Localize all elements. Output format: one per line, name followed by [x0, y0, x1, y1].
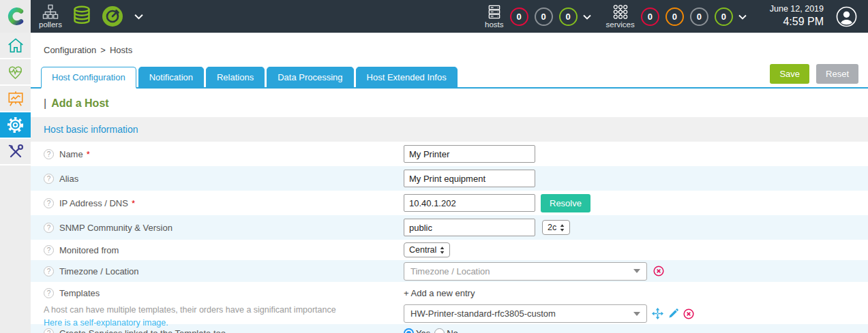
sidebar-item-monitoring[interactable] [0, 59, 31, 86]
pollers-menu[interactable]: pollers [39, 4, 62, 29]
form-row-name: ? Name * [31, 142, 868, 166]
timezone-label: Timezone / Location [59, 266, 139, 276]
services-warning-badge[interactable]: 0 [665, 7, 684, 26]
help-icon[interactable]: ? [44, 223, 54, 233]
user-icon [836, 6, 857, 27]
pollers-chevron-down-icon[interactable] [134, 10, 143, 22]
templates-help-text: A host can have multiple templates, thei… [44, 305, 404, 315]
form-row-templates: ? Templates A host can have multiple tem… [31, 282, 868, 324]
ip-address-label: IP Address / DNS [59, 198, 128, 208]
header-clock: June 12, 2019 4:59 PM [770, 4, 824, 29]
snmp-version-select[interactable]: 2c [542, 220, 570, 235]
monitored-from-select[interactable]: Central [404, 242, 450, 257]
help-icon[interactable]: ? [44, 174, 54, 184]
services-unknown-badge[interactable]: 0 [690, 7, 708, 26]
database-status-button[interactable] [72, 5, 92, 27]
tab-data-processing[interactable]: Data Processing [267, 67, 353, 89]
user-avatar[interactable] [836, 6, 857, 27]
chart-easel-icon [7, 90, 25, 108]
hosts-menu[interactable]: hosts [485, 4, 504, 29]
snmp-version-value: 2c [548, 223, 556, 232]
pollers-label: pollers [39, 20, 62, 29]
name-input[interactable] [404, 145, 535, 163]
name-label: Name [59, 149, 83, 159]
create-services-no-radio[interactable] [434, 328, 445, 333]
ip-address-input[interactable] [404, 194, 535, 212]
help-icon[interactable]: ? [44, 198, 54, 208]
page-title-text: Add a Host [51, 97, 108, 109]
save-button[interactable]: Save [770, 64, 809, 84]
hosts-status-group: hosts 0 0 0 [485, 4, 591, 29]
timezone-placeholder: Timezone / Location [410, 266, 490, 276]
timezone-select[interactable]: Timezone / Location [404, 262, 647, 281]
poller-status-button[interactable] [102, 5, 123, 27]
help-icon[interactable]: ? [44, 266, 54, 276]
section-host-basic-information: Host basic information [31, 117, 868, 142]
page-title-prefix: | [44, 97, 46, 109]
tools-icon [7, 143, 25, 161]
create-services-no-label[interactable]: No [447, 328, 458, 333]
select-spinner-icon [560, 224, 565, 232]
tab-bar: Host Configuration Notification Relation… [31, 64, 868, 89]
tab-relations[interactable]: Relations [206, 67, 265, 89]
services-ok-badge[interactable]: 0 [715, 7, 733, 26]
home-icon [7, 37, 25, 54]
alias-label: Alias [59, 174, 78, 184]
services-critical-badge[interactable]: 0 [641, 7, 659, 26]
services-label: services [606, 20, 635, 29]
tab-host-configuration[interactable]: Host Configuration [41, 67, 136, 89]
sidebar-item-configuration[interactable] [0, 112, 31, 139]
move-icon [652, 308, 663, 319]
templates-help-link[interactable]: Here is a self-explanatory image. [44, 318, 168, 328]
services-chevron-down-icon[interactable] [738, 10, 747, 22]
snmp-community-input[interactable] [404, 219, 535, 236]
services-status-group: services 0 0 0 0 [606, 4, 747, 29]
services-menu[interactable]: services [606, 4, 635, 29]
breadcrumb-section[interactable]: Configuration [44, 45, 96, 55]
snmp-label: SNMP Community & Version [59, 223, 173, 233]
timezone-clear-button[interactable] [653, 266, 664, 276]
circle-x-icon [683, 308, 694, 319]
create-services-yes-radio[interactable] [404, 328, 414, 333]
help-icon[interactable]: ? [44, 245, 54, 255]
alias-input[interactable] [404, 170, 535, 187]
create-services-yes-label[interactable]: Yes [416, 328, 430, 333]
gauge-icon [102, 5, 123, 27]
hosts-icon [486, 4, 503, 20]
breadcrumb-separator: > [100, 45, 106, 55]
hosts-down-badge[interactable]: 0 [510, 7, 528, 26]
tab-host-extended-infos[interactable]: Host Extended Infos [356, 67, 458, 89]
sidebar-item-administration[interactable] [0, 139, 31, 165]
page-title: |Add a Host [31, 89, 868, 117]
template-delete-button[interactable] [683, 308, 694, 319]
sidebar [0, 33, 31, 333]
breadcrumb: Configuration>Hosts [31, 33, 868, 64]
template-edit-button[interactable] [668, 308, 678, 319]
help-icon[interactable]: ? [44, 149, 54, 159]
hosts-chevron-down-icon[interactable] [583, 10, 591, 22]
help-icon[interactable]: ? [44, 288, 54, 298]
form-row-alias: ? Alias [31, 166, 868, 191]
add-template-entry-button[interactable]: + Add a new entry [404, 288, 694, 298]
form-row-ip-address: ? IP Address / DNS * Resolve [31, 191, 868, 215]
template-move-handle[interactable] [652, 308, 663, 319]
create-services-label: Create Services linked to the Template t… [59, 328, 226, 333]
header-time: 4:59 PM [770, 15, 824, 29]
breadcrumb-page[interactable]: Hosts [110, 45, 132, 55]
hosts-up-badge[interactable]: 0 [559, 7, 578, 26]
resolve-button[interactable]: Resolve [541, 194, 590, 212]
hosts-unreachable-badge[interactable]: 0 [535, 7, 553, 26]
help-icon[interactable]: ? [44, 328, 54, 333]
sidebar-item-reporting[interactable] [0, 86, 31, 112]
hosts-label: hosts [485, 20, 504, 29]
centreon-logo[interactable] [0, 0, 31, 33]
chevron-down-icon [633, 269, 640, 273]
tab-notification[interactable]: Notification [138, 67, 204, 89]
services-icon [612, 4, 629, 20]
database-icon [72, 5, 92, 27]
reset-button[interactable]: Reset [816, 64, 858, 84]
chevron-down-icon [633, 312, 640, 316]
template-select[interactable]: HW-Printer-standard-rfc3805-custom [404, 304, 647, 323]
sidebar-item-home[interactable] [0, 33, 31, 59]
heartbeat-icon [6, 63, 25, 81]
